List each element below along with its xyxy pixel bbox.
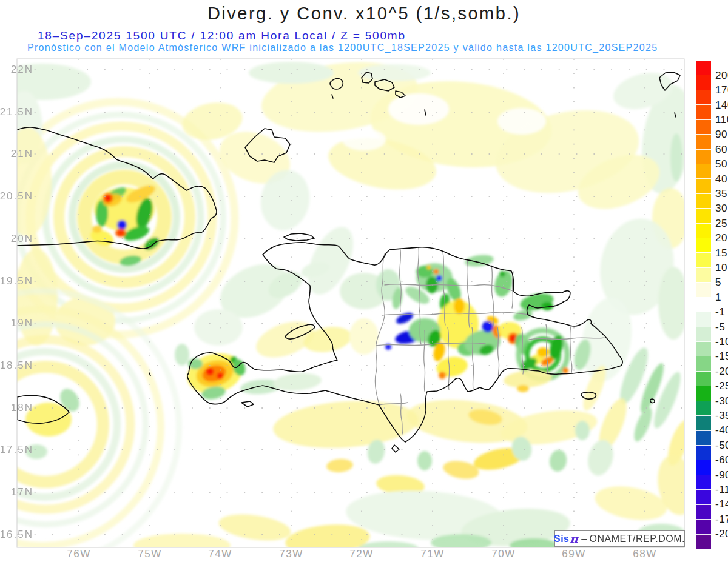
sispi-brand: Sis xyxy=(554,534,570,544)
colorbar-segment xyxy=(696,178,711,193)
colorbar-segment xyxy=(696,415,711,430)
attribution-org: ONAMET/REP.DOM. xyxy=(590,534,685,544)
colorbar-segment xyxy=(696,475,711,489)
colorbar-segment xyxy=(696,223,711,238)
map-canvas xyxy=(0,0,728,562)
colorbar-segment xyxy=(696,252,711,267)
colorbar-tick-label: -50 xyxy=(715,440,728,452)
colorbar-tick-label: -25 xyxy=(715,380,728,392)
colorbar-tick-label: 140 xyxy=(715,99,728,112)
colorbar-tick-label: 170 xyxy=(715,84,728,96)
colorbar-tick-label: -10 xyxy=(715,336,728,348)
colorbar-segment xyxy=(696,90,711,104)
colorbar-tick-label: -20 xyxy=(715,366,728,378)
colorbar-segment xyxy=(696,104,711,119)
lon-tick-label: 70W xyxy=(491,548,515,560)
colorbar-tick-label: -35 xyxy=(715,410,728,422)
colorbar-tick-label: -110 xyxy=(715,484,728,496)
ile-a-vache xyxy=(241,401,254,407)
lat-tick-label: 20.5N xyxy=(0,190,33,202)
colorbar-tick-label: 90 xyxy=(715,129,727,141)
colorbar-segment xyxy=(696,238,711,252)
colorbar-segment xyxy=(696,193,711,208)
lat-tick-label: 22N xyxy=(11,64,33,76)
colorbar-tick-label: 40 xyxy=(715,173,727,186)
lat-tick-label: 20N xyxy=(11,233,33,245)
colorbar-segment xyxy=(696,401,711,415)
colorbar-tick-label: -15 xyxy=(715,350,728,363)
lon-tick-label: 74W xyxy=(208,548,232,560)
colorbar-tick-label: -40 xyxy=(715,424,728,437)
lat-tick-label: 17.5N xyxy=(0,444,33,456)
lat-tick-label: 21N xyxy=(11,148,33,160)
colorbar-segment xyxy=(696,267,711,282)
colorbar-segment xyxy=(696,312,711,326)
lon-tick-label: 73W xyxy=(279,548,303,560)
beata-island xyxy=(392,445,399,452)
colorbar-segment xyxy=(696,430,711,445)
colorbar-segment xyxy=(696,134,711,149)
colorbar-tick-label: 60 xyxy=(715,144,727,156)
colorbar-segment xyxy=(696,75,711,89)
colorbar-segment xyxy=(696,149,711,164)
lon-tick-label: 68W xyxy=(633,548,656,560)
forecast-map-page: Diverg. y Conv. x10^5 (1/s,somb.) 18–Sep… xyxy=(0,0,728,562)
colorbar-tick-label: 200 xyxy=(715,70,728,82)
lat-tick-label: 19.5N xyxy=(0,275,33,287)
colorbar xyxy=(696,61,711,549)
lat-tick-label: 21.5N xyxy=(0,106,33,118)
colorbar-tick-label: -5 xyxy=(715,321,725,333)
lon-tick-label: 69W xyxy=(562,548,585,560)
colorbar-tick-label: 110 xyxy=(715,114,728,126)
colorbar-tick-label: 15 xyxy=(715,247,727,259)
colorbar-tick-label: 50 xyxy=(715,158,727,170)
lon-tick-label: 72W xyxy=(349,548,373,560)
colorbar-segment xyxy=(696,489,711,504)
colorbar-tick-label: -200 xyxy=(715,528,728,540)
colorbar-segment xyxy=(696,341,711,356)
colorbar-segment xyxy=(696,460,711,474)
colorbar-tick-label: -30 xyxy=(715,395,728,407)
colorbar-tick-label: -170 xyxy=(715,513,728,526)
colorbar-segment xyxy=(696,371,711,386)
colorbar-tick-label: -140 xyxy=(715,498,728,510)
lon-tick-label: 75W xyxy=(138,548,161,560)
attribution-box: Sisπ–ONAMET/REP.DOM. xyxy=(554,530,685,547)
pi-symbol: π xyxy=(570,532,578,545)
colorbar-tick-label: 35 xyxy=(715,188,727,200)
lat-tick-label: 17N xyxy=(11,486,33,498)
lat-tick-label: 18N xyxy=(11,402,33,414)
colorbar-segment xyxy=(696,534,711,549)
colorbar-tick-label: -1 xyxy=(715,306,725,318)
colorbar-tick-label: 10 xyxy=(715,262,727,274)
tortue-island xyxy=(284,233,314,241)
colorbar-segment xyxy=(696,297,711,312)
lat-tick-label: 19N xyxy=(11,317,33,329)
colorbar-tick-label: -90 xyxy=(715,469,728,481)
colorbar-segment xyxy=(696,61,711,75)
colorbar-tick-label: 30 xyxy=(715,202,727,215)
divergence-field xyxy=(0,53,699,562)
colorbar-segment xyxy=(696,208,711,222)
colorbar-segment xyxy=(696,327,711,341)
colorbar-tick-label: -60 xyxy=(715,454,728,466)
colorbar-tick-label: 25 xyxy=(715,218,727,230)
colorbar-segment xyxy=(696,119,711,134)
colorbar-segment xyxy=(696,356,711,370)
lat-tick-label: 16.5N xyxy=(0,529,33,541)
lon-tick-label: 76W xyxy=(67,548,90,560)
colorbar-segment xyxy=(696,282,711,296)
lon-tick-label: 71W xyxy=(420,548,444,560)
colorbar-segment xyxy=(696,445,711,460)
colorbar-segment xyxy=(696,519,711,534)
colorbar-tick-label: 5 xyxy=(715,276,721,289)
colorbar-segment xyxy=(696,504,711,519)
colorbar-tick-label: 1 xyxy=(715,292,721,304)
colorbar-tick-label: 20 xyxy=(715,232,727,244)
lat-tick-label: 18.5N xyxy=(0,360,33,372)
colorbar-segment xyxy=(696,386,711,400)
attribution-separator: – xyxy=(581,534,587,544)
colorbar-segment xyxy=(696,164,711,178)
